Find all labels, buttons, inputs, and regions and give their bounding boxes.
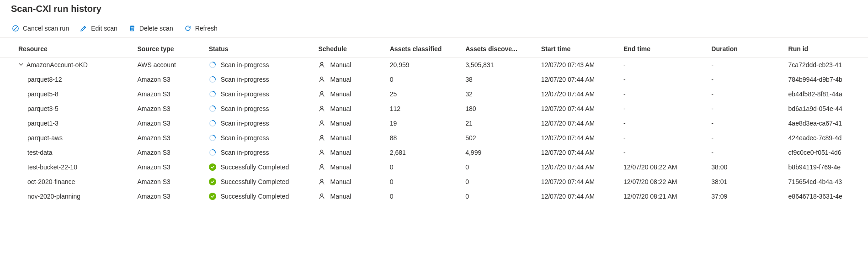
- cell-resource: parquet1-3: [0, 116, 132, 131]
- cell-discovered: 0: [460, 174, 535, 189]
- refresh-label: Refresh: [195, 25, 218, 32]
- refresh-button[interactable]: Refresh: [183, 23, 218, 34]
- cell-status: Successfully Completed: [203, 189, 313, 204]
- cell-classified: 2,681: [384, 145, 460, 160]
- svg-point-18: [321, 150, 323, 152]
- cell-runid: eb44f582-8f81-44a: [783, 87, 868, 101]
- cell-source-type: Amazon S3: [132, 145, 203, 160]
- svg-point-12: [321, 106, 323, 108]
- cell-duration: -: [706, 131, 783, 145]
- cell-discovered: 0: [460, 189, 535, 204]
- col-header-status[interactable]: Status: [203, 41, 313, 58]
- edit-scan-label: Edit scan: [91, 25, 117, 32]
- cell-source-type: AWS account: [132, 58, 203, 73]
- person-icon: [318, 149, 325, 156]
- cell-status: Scan in-progress: [203, 145, 313, 160]
- cell-end-time: 12/07/20 08:22 AM: [618, 160, 706, 174]
- col-header-discovered[interactable]: Assets discove...: [460, 41, 535, 58]
- cell-resource: parquet5-8: [0, 87, 132, 101]
- cell-source-type: Amazon S3: [132, 189, 203, 204]
- resource-name: test-data: [27, 149, 52, 156]
- status-text: Scan in-progress: [221, 149, 269, 156]
- status-text: Scan in-progress: [221, 120, 269, 127]
- cell-start-time: 12/07/20 07:44 AM: [536, 174, 618, 189]
- cell-source-type: Amazon S3: [132, 131, 203, 145]
- cell-classified: 0: [384, 189, 460, 204]
- edit-icon: [80, 25, 87, 32]
- cell-end-time: -: [618, 58, 706, 73]
- chevron-down-icon[interactable]: [18, 62, 24, 67]
- cell-schedule: Manual: [313, 58, 384, 73]
- table-row[interactable]: oct-2020-financeAmazon S3Successfully Co…: [0, 174, 868, 189]
- cell-classified: 0: [384, 72, 460, 87]
- cell-source-type: Amazon S3: [132, 101, 203, 116]
- toolbar: Cancel scan run Edit scan Delete scan Re…: [0, 19, 868, 37]
- cell-end-time: -: [618, 72, 706, 87]
- svg-point-20: [321, 179, 323, 181]
- cell-schedule: Manual: [313, 189, 384, 204]
- table-row[interactable]: parquet5-8Amazon S3Scan in-progressManua…: [0, 87, 868, 101]
- table-row[interactable]: parquet3-5Amazon S3Scan in-progressManua…: [0, 101, 868, 116]
- schedule-text: Manual: [330, 178, 351, 185]
- cell-resource: test-bucket-22-10: [0, 160, 132, 174]
- col-header-runid[interactable]: Run id: [783, 41, 868, 58]
- table-row[interactable]: parquet8-12Amazon S3Scan in-progressManu…: [0, 72, 868, 87]
- cell-status: Successfully Completed: [203, 160, 313, 174]
- cell-runid: e8646718-3631-4e: [783, 189, 868, 204]
- cancel-scan-label: Cancel scan run: [23, 25, 69, 32]
- cell-start-time: 12/07/20 07:44 AM: [536, 145, 618, 160]
- schedule-text: Manual: [330, 105, 351, 112]
- schedule-text: Manual: [330, 193, 351, 200]
- table-row[interactable]: AmazonAccount-oKDAWS accountScan in-prog…: [0, 58, 868, 73]
- cell-status: Scan in-progress: [203, 131, 313, 145]
- cell-duration: -: [706, 87, 783, 101]
- col-header-resource[interactable]: Resource: [0, 41, 132, 58]
- cell-runid: 784b9944-d9b7-4b: [783, 72, 868, 87]
- col-header-duration[interactable]: Duration: [706, 41, 783, 58]
- cell-classified: 19: [384, 116, 460, 131]
- cell-runid: 7ca72ddd-eb23-41: [783, 58, 868, 73]
- cell-classified: 0: [384, 160, 460, 174]
- cell-resource: oct-2020-finance: [0, 174, 132, 189]
- run-history-table: Resource Source type Status Schedule Ass…: [0, 41, 868, 204]
- cancel-scan-button[interactable]: Cancel scan run: [11, 23, 70, 34]
- cell-start-time: 12/07/20 07:44 AM: [536, 72, 618, 87]
- cell-discovered: 38: [460, 72, 535, 87]
- person-icon: [318, 61, 325, 68]
- col-header-end[interactable]: End time: [618, 41, 706, 58]
- cell-discovered: 3,505,831: [460, 58, 535, 73]
- col-header-schedule[interactable]: Schedule: [313, 41, 384, 58]
- cell-discovered: 4,999: [460, 145, 535, 160]
- table-row[interactable]: test-bucket-22-10Amazon S3Successfully C…: [0, 160, 868, 174]
- cell-status: Scan in-progress: [203, 72, 313, 87]
- cell-status: Scan in-progress: [203, 116, 313, 131]
- col-header-start[interactable]: Start time: [536, 41, 618, 58]
- cell-duration: -: [706, 116, 783, 131]
- cell-classified: 0: [384, 174, 460, 189]
- table-row[interactable]: parquet1-3Amazon S3Scan in-progressManua…: [0, 116, 868, 131]
- col-header-classified[interactable]: Assets classified: [384, 41, 460, 58]
- table-row[interactable]: nov-2020-planningAmazon S3Successfully C…: [0, 189, 868, 204]
- person-icon: [318, 178, 325, 185]
- schedule-text: Manual: [330, 90, 351, 98]
- schedule-text: Manual: [330, 149, 351, 156]
- cell-discovered: 502: [460, 131, 535, 145]
- cell-start-time: 12/07/20 07:44 AM: [536, 116, 618, 131]
- table-row[interactable]: test-dataAmazon S3Scan in-progressManual…: [0, 145, 868, 160]
- table-row[interactable]: parquet-awsAmazon S3Scan in-progressManu…: [0, 131, 868, 145]
- cell-schedule: Manual: [313, 145, 384, 160]
- cell-discovered: 180: [460, 101, 535, 116]
- cell-duration: 38:01: [706, 174, 783, 189]
- col-header-source[interactable]: Source type: [132, 41, 203, 58]
- person-icon: [318, 134, 325, 142]
- cell-status: Successfully Completed: [203, 174, 313, 189]
- success-check-icon: [209, 178, 216, 185]
- delete-scan-button[interactable]: Delete scan: [128, 23, 174, 34]
- spinner-icon: [209, 149, 216, 156]
- cell-end-time: -: [618, 131, 706, 145]
- schedule-text: Manual: [330, 120, 351, 127]
- resource-name: nov-2020-planning: [27, 193, 80, 200]
- cell-discovered: 32: [460, 87, 535, 101]
- cell-duration: -: [706, 72, 783, 87]
- edit-scan-button[interactable]: Edit scan: [79, 23, 118, 34]
